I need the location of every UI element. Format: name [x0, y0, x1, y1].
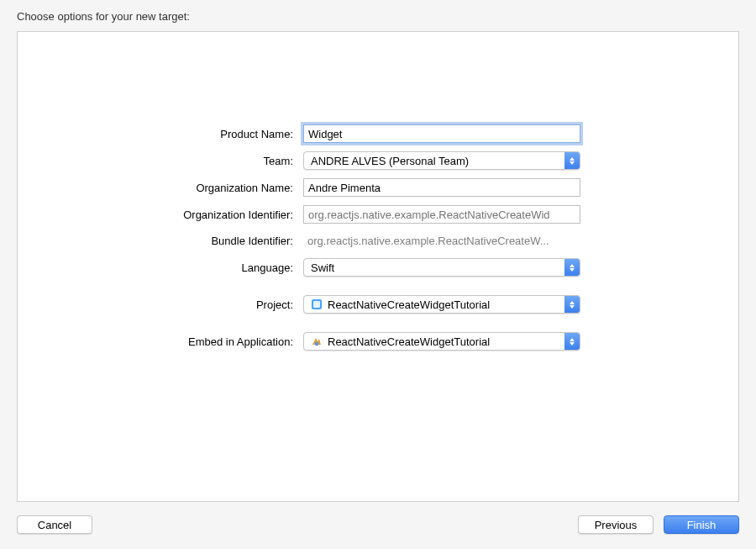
product-name-input[interactable] — [303, 124, 580, 143]
language-select[interactable]: Swift — [303, 258, 580, 277]
dialog-header: Choose options for your new target: — [0, 0, 756, 31]
bundle-id-label: Bundle Identifier: — [18, 235, 295, 247]
embed-label: Embed in Application: — [18, 335, 295, 348]
dialog-title: Choose options for your new target: — [17, 10, 190, 23]
finish-button[interactable]: Finish — [664, 515, 739, 534]
embed-value: ReactNativeCreateWidgetTutorial — [328, 335, 490, 348]
content-panel: Product Name: Team: ANDRE ALVES (Persona… — [17, 31, 739, 502]
org-name-label: Organization Name: — [18, 182, 295, 194]
app-icon — [311, 335, 323, 347]
project-select[interactable]: ReactNativeCreateWidgetTutorial — [303, 295, 580, 314]
org-name-input[interactable] — [303, 178, 580, 197]
project-value: ReactNativeCreateWidgetTutorial — [328, 298, 490, 311]
language-value: Swift — [311, 261, 334, 274]
org-id-input[interactable] — [303, 205, 580, 224]
team-value: ANDRE ALVES (Personal Team) — [311, 155, 469, 167]
project-label: Project: — [18, 298, 295, 311]
product-name-label: Product Name: — [18, 128, 295, 140]
svg-rect-1 — [313, 301, 320, 308]
team-label: Team: — [18, 155, 295, 167]
chevron-up-down-icon — [564, 296, 580, 313]
xcode-project-icon — [311, 298, 323, 310]
team-select[interactable]: ANDRE ALVES (Personal Team) — [303, 151, 580, 170]
new-target-dialog: Choose options for your new target: Prod… — [0, 0, 756, 549]
cancel-button[interactable]: Cancel — [17, 515, 92, 534]
embed-select[interactable]: ReactNativeCreateWidgetTutorial — [303, 332, 580, 351]
org-id-label: Organization Identifier: — [18, 209, 295, 221]
chevron-up-down-icon — [564, 333, 580, 350]
footer: Cancel Previous Finish — [0, 502, 756, 549]
svg-point-2 — [315, 342, 318, 346]
language-label: Language: — [18, 261, 295, 274]
bundle-id-value: org.reactjs.native.example.ReactNativeCr… — [303, 232, 580, 250]
chevron-up-down-icon — [564, 152, 580, 169]
chevron-up-down-icon — [564, 259, 580, 276]
form: Product Name: Team: ANDRE ALVES (Persona… — [18, 124, 738, 351]
previous-button[interactable]: Previous — [578, 515, 654, 534]
